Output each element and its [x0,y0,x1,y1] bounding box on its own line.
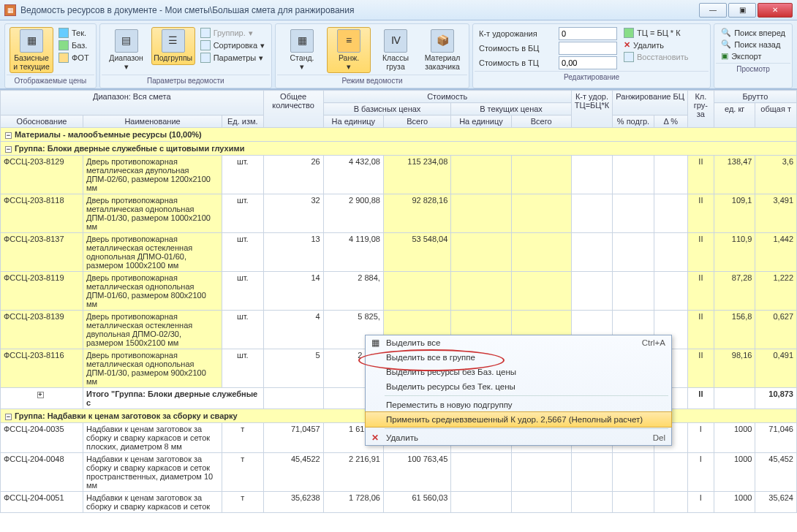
package-icon: 📦 [431,29,454,53]
stand-button[interactable]: ▦Станд. ▾ [280,27,324,73]
square-icon [58,28,69,38]
ctx-select-no-tek[interactable]: Выделить ресурсы без Тек. цены [366,379,671,394]
hdr-naed2: На единицу [451,115,511,128]
grid-icon: ▤ [115,29,138,53]
ribbon-group-mode: ▦Станд. ▾ ≡Ранж. ▾ ⅣКлассы груза 📦Матери… [275,23,469,88]
group-band[interactable]: −Группа: Блоки дверные служебные с щитов… [1,142,797,156]
ctx-select-all[interactable]: ▦ Выделить всеCtrl+A [366,335,671,350]
app-icon: ▦ [4,4,16,16]
hdr-ranzh: Ранжирование БЦ [613,91,688,115]
grupp-button[interactable]: Группир. ▾ [198,27,267,39]
sttts-input[interactable] [559,56,617,69]
titlebar: ▦ Ведомость ресурсов в документе - Мои с… [0,0,797,20]
formula-button[interactable]: ТЦ = БЦ * К [622,27,690,39]
ribbon-group-label: Редактирование [475,71,709,83]
hdr-vtek: В текущих ценах [451,103,571,115]
hdr-klgruza: Кл. гру-за [687,91,714,128]
table-icon: ▦ [20,29,43,53]
ctx-apply-kudor[interactable]: Применить средневзвешенный К удор. 2,566… [365,411,672,428]
baz-checkbox[interactable]: Баз. [56,39,91,51]
context-menu: ▦ Выделить всеCtrl+A Выделить все в груп… [365,335,672,446]
hdr-vsego2: Всего [511,115,571,128]
material-button[interactable]: 📦Материал заказчика [420,27,464,73]
ribbon-group-label: Просмотр [716,63,790,75]
formula-icon [624,28,634,38]
sttts-label: Стоимость в ТЦ [479,58,556,67]
podgruppy-button[interactable]: ☰ Подгруппы [151,27,195,65]
klassy-button[interactable]: ⅣКлассы груза [374,27,418,73]
group-icon [200,28,211,38]
window-title: Ведомость ресурсов в документе - Мои сме… [20,5,699,15]
ranzh-icon: ≡ [337,29,360,53]
grid: Диапазон: Вся смета Общее количество Сто… [0,89,797,513]
hdr-stoimost: Стоимость [323,91,571,103]
sort-icon [200,40,211,50]
separator [385,428,668,429]
param-button[interactable]: Параметры ▾ [198,52,267,64]
hdr-brutto: Брутто [714,91,796,103]
close-button[interactable]: ✕ [758,3,793,18]
delete-icon: ✕ [624,40,630,50]
kudor-label: К-т удорожания [479,29,556,38]
ribbon-group-prices: ▦ Базисные и текущие Тек. Баз. ФОТ Отобр… [4,23,97,88]
delete-icon: ✕ [369,432,381,444]
separator [385,395,668,396]
stand-icon: ▦ [290,29,314,53]
ribbon-group-view: 🔍Поиск вперед 🔍Поиск назад ▣Экспорт Прос… [714,23,793,88]
ribbon: ▦ Базисные и текущие Тек. Баз. ФОТ Отобр… [0,20,797,89]
table-row[interactable]: ФССЦ-203-8129Дверь противопожарная метал… [1,156,797,194]
prices-base-current-button[interactable]: ▦ Базисные и текущие [10,27,53,73]
ctx-move[interactable]: Переместить в новую подгруппу [366,398,671,412]
export-icon: ▣ [721,51,728,61]
hdr-vsego: Всего [383,115,450,128]
restore-button[interactable]: Восстановить [622,51,690,63]
ribbon-group-params: ▤ Диапазон ▾ ☰ Подгруппы Группир. ▾ Сорт… [99,23,272,88]
diapazon-button[interactable]: ▤ Диапазон ▾ [105,27,148,73]
ctx-select-no-baz[interactable]: Выделить ресурсы без Баз. цены [366,365,671,379]
hdr-edkg: ед. кг [714,103,755,128]
hdr-kudor: К-т удор. ТЦ=БЦ*К [571,91,613,128]
table-row[interactable]: ФССЦ-204-0051Надбавки к ценам заготовок … [1,492,797,513]
klassy-icon: Ⅳ [384,29,407,53]
hdr-dpct: Δ % [654,115,687,128]
sort-button[interactable]: Сортировка ▾ [198,39,267,51]
stbts-input[interactable] [559,42,617,55]
ctx-select-group[interactable]: Выделить все в группе [366,350,671,365]
select-icon: ▦ [369,337,381,349]
minimize-button[interactable]: — [699,3,727,18]
delete-button[interactable]: ✕Удалить [622,39,690,50]
square-icon [58,40,69,50]
hdr-edizm: Ед. изм. [222,115,264,128]
stbts-label: Стоимость в БЦ [479,44,556,53]
groups-icon: ☰ [162,29,185,53]
ribbon-group-label: Режим ведомости [277,75,467,86]
table-row[interactable]: ФССЦ-203-8119Дверь противопожарная метал… [1,272,797,311]
group-band[interactable]: −Материалы - малообъемные ресурсы (10,00… [1,128,797,142]
hdr-pctpodgr: % подгр. [613,115,654,128]
kudor-input[interactable] [559,27,617,40]
hdr-qty: Общее количество [263,91,323,128]
search-icon: 🔍 [721,39,731,49]
data-table[interactable]: Диапазон: Вся смета Общее количество Сто… [0,90,797,513]
ctx-delete[interactable]: ✕ УдалитьDel [366,430,671,445]
search-back-button[interactable]: 🔍Поиск назад [719,39,787,50]
search-fwd-button[interactable]: 🔍Поиск вперед [719,27,787,38]
ribbon-group-label: Параметры ведомости [102,75,270,86]
table-row[interactable]: ФССЦ-203-8118Дверь противопожарная метал… [1,194,797,233]
hdr-diapazon: Диапазон: Вся смета [1,91,264,115]
hdr-vbaz: В базисных ценах [323,103,451,115]
hdr-obosn: Обоснование [1,115,83,128]
tek-checkbox[interactable]: Тек. [56,27,91,39]
search-icon: 🔍 [721,28,731,37]
hdr-obsht: общая т [755,103,797,128]
ribbon-group-label: Отображаемые цены [7,75,94,86]
hdr-naim: Наименование [83,115,222,128]
table-row[interactable]: ФССЦ-203-8137Дверь противопожарная метал… [1,233,797,272]
table-row[interactable]: ФССЦ-204-0048Надбавки к ценам заготовок … [1,453,797,492]
params-icon [200,53,211,63]
maximize-button[interactable]: ▣ [728,3,756,18]
fot-checkbox[interactable]: ФОТ [56,52,91,64]
ribbon-group-edit: К-т удорожания Стоимость в БЦ Стоимость … [472,23,711,88]
export-button[interactable]: ▣Экспорт [719,50,787,61]
ranzh-button[interactable]: ≡Ранж. ▾ [327,27,371,73]
